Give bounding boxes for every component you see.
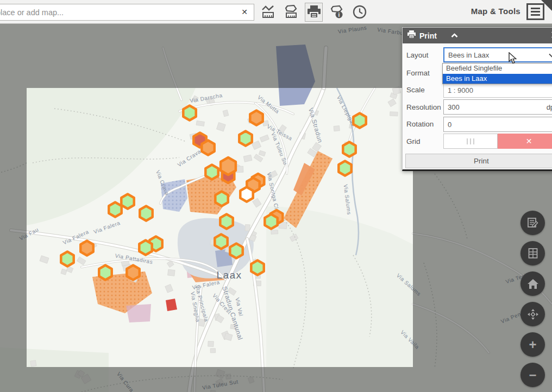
measure-area-icon [284,5,298,19]
measure-distance-icon [261,5,275,19]
note-edit-icon [527,217,538,229]
hamburger-icon [531,8,540,9]
map-tools-label: Map & Tools [471,7,520,16]
green-hex-marker[interactable] [205,165,218,180]
orange-hex-marker[interactable] [202,141,214,155]
print-button[interactable]: Print [405,154,552,168]
svg-text:i: i [338,12,340,18]
zoom-in-button[interactable]: + [520,332,545,357]
zoom-out-button[interactable]: − [520,363,545,387]
layout-select-value: Bees in Laax [448,51,489,59]
top-toolbar: ✕ i [0,0,552,24]
grid-toggle-off-segment: ✕ [498,134,552,149]
svg-text:Laax: Laax [216,269,242,281]
toolbar-icon-group: i [259,2,368,22]
green-hex-marker[interactable] [61,252,73,267]
home-icon [527,279,539,289]
green-hex-marker[interactable] [220,214,233,229]
corner-decoration [541,0,552,11]
clear-search-button[interactable]: ✕ [239,7,250,17]
rotation-label: Rotation [406,120,443,128]
green-hex-marker[interactable] [215,235,227,249]
orange-hex-marker[interactable] [221,157,236,175]
green-hex-marker[interactable] [265,214,277,229]
layout-option-1[interactable]: Bees in Laax [443,74,552,84]
print-panel-title: Print [419,31,437,40]
locate-button[interactable] [520,302,545,326]
green-hex-marker[interactable] [183,106,196,121]
rotation-input[interactable]: 0 [443,117,552,132]
identify-button[interactable]: i [328,3,346,22]
green-hex-marker[interactable] [338,161,351,176]
print-panel-header: Print [403,28,552,43]
scale-input[interactable]: 1 : 9000 [443,83,552,98]
home-button[interactable] [520,271,545,296]
resolution-input[interactable]: 300 dpi [443,99,552,115]
redlining-button[interactable] [520,211,545,235]
green-hex-marker[interactable] [251,261,264,275]
grid-label: Grid [406,137,443,146]
app-window: Via DarschaVia MuttaVia TeissaVia Tuleu … [0,0,552,392]
move-icon [527,308,539,320]
orange-hex-marker[interactable] [250,111,262,125]
measure-distance-button[interactable] [259,3,277,22]
green-hex-marker[interactable] [343,142,355,157]
history-button[interactable] [350,3,368,22]
chevron-up-icon [451,31,458,40]
collapse-panel-button[interactable] [451,31,458,40]
rotation-value: 0 [448,121,451,129]
layout-option-0[interactable]: Beefield Singlefile [443,64,552,74]
chevron-down-icon [549,51,552,59]
green-hex-marker[interactable] [139,241,152,255]
search-wrap: ✕ [0,4,254,21]
green-hex-marker[interactable] [215,192,228,206]
grid-toggle[interactable]: ✕ [443,134,552,149]
green-hex-marker[interactable] [99,265,111,280]
white-hex-marker[interactable] [240,187,253,202]
green-hex-marker[interactable] [109,203,121,217]
print-icon [307,5,321,18]
scale-label: Scale [406,86,443,94]
history-icon [353,5,367,19]
orange-hex-marker[interactable] [127,265,139,280]
attribute-table-button[interactable] [520,241,545,265]
orange-hex-marker[interactable] [80,241,93,256]
resolution-unit: dpi [547,103,552,111]
identify-icon: i [329,5,344,19]
layout-select[interactable]: Bees in Laax [443,47,552,62]
table-icon [528,248,538,259]
layout-dropdown-list: Beefield SinglefileBees in Laax [442,63,552,84]
resolution-value: 300 [448,103,460,111]
green-hex-marker[interactable] [353,113,366,128]
minus-icon: − [529,369,536,382]
measure-area-button[interactable] [282,3,300,22]
layout-label: Layout [406,51,443,59]
green-hex-marker[interactable] [230,244,242,258]
grid-toggle-knob [443,134,498,149]
green-hex-marker[interactable] [121,194,134,209]
search-input[interactable] [0,4,254,21]
scale-value: 1 : 9000 [448,86,473,94]
green-hex-marker[interactable] [140,206,152,221]
plus-icon: + [529,338,536,351]
print-tool-button[interactable] [305,3,323,22]
map-action-buttons: + − [520,211,545,387]
format-label: Format [406,69,443,77]
green-hex-marker[interactable] [239,131,252,146]
print-panel: Print Layout Bees in Laax Beefield Singl… [402,27,552,171]
print-header-icon [407,30,416,41]
resolution-label: Resolution [406,103,443,111]
